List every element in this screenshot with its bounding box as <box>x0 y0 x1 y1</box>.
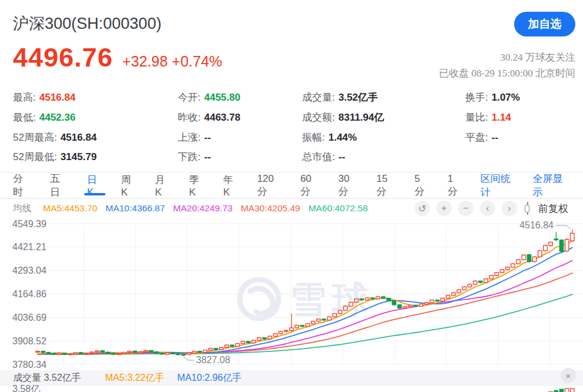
svg-text:3780.34: 3780.34 <box>12 360 47 370</box>
volume-pane-header: 成交量 3.52亿手 MA5:3.22亿手 MA10:2.96亿手 × <box>0 370 583 386</box>
svg-text:4516.84: 4516.84 <box>519 220 554 230</box>
stats-column-1: 最高:4516.84 最低:4452.36 52周最高:4516.84 52周最… <box>13 88 97 167</box>
tab-15min[interactable]: 15分 <box>376 172 396 198</box>
current-price: 4496.76 <box>13 42 113 73</box>
tab-5min[interactable]: 5分 <box>415 172 429 198</box>
stat-unchanged: 平盘:-- <box>465 128 520 148</box>
stat-52w-low: 52周最低:3145.79 <box>13 147 97 167</box>
price-adjust-mode[interactable]: 前复权 <box>538 202 568 215</box>
fullscreen-link[interactable]: 全屏显示 <box>533 172 569 199</box>
stat-open: 今开:4455.80 <box>178 88 240 108</box>
stat-advancers: 上涨:-- <box>178 128 240 148</box>
next-arrow-icon[interactable]: › <box>502 201 517 216</box>
ma20-legend: MA20:4249.73 <box>173 203 233 214</box>
prev-arrow-icon[interactable]: ‹ <box>480 201 495 216</box>
volume-bars-layer <box>549 388 574 392</box>
ma30-legend: MA30:4205.49 <box>241 203 300 214</box>
svg-text:4036.69: 4036.69 <box>12 313 47 323</box>
volume-label: 成交量 3.52亿手 <box>13 372 81 384</box>
stat-52w-high: 52周最高:4516.84 <box>13 128 97 148</box>
svg-text:4293.04: 4293.04 <box>12 265 47 275</box>
stat-prev-close: 昨收:4463.78 <box>178 108 240 128</box>
volume-ma5-legend: MA5:3.22亿手 <box>105 372 164 384</box>
market-status: 已收盘 08-29 15:00:00 北京时间 <box>439 65 575 81</box>
market-meta: 30.24 万球友关注 已收盘 08-29 15:00:00 北京时间 <box>439 49 575 81</box>
undo-icon[interactable]: ↺ <box>415 201 430 216</box>
add-to-watchlist-button[interactable]: 加自选 <box>514 12 575 36</box>
stats-column-3: 成交量:3.52亿手 成交额:8311.94亿 振幅:1.44% 总市值:-- <box>302 88 384 167</box>
stat-turnover: 成交额:8311.94亿 <box>302 108 384 128</box>
zoom-in-icon[interactable]: + <box>436 201 452 216</box>
stat-market-cap: 总市值:-- <box>302 147 384 167</box>
svg-text:4164.86: 4164.86 <box>12 289 47 299</box>
ma5-legend: MA5:4453.70 <box>43 203 97 214</box>
page-title: 沪深300(SH:000300) <box>13 13 161 34</box>
stat-amplitude: 振幅:1.44% <box>302 128 384 148</box>
stat-volume: 成交量:3.52亿手 <box>302 88 384 108</box>
stock-detail-page: 沪深300(SH:000300) 加自选 4496.76 +32.98 +0.7… <box>0 0 583 392</box>
stat-turnover-rate: 换手:1.07% <box>465 88 520 108</box>
ma-toolbar: 均线 MA5:4453.70 MA10:4366.87 MA20:4249.73… <box>0 199 583 218</box>
tab-daily-k[interactable]: 日K <box>87 172 102 198</box>
stat-volume-ratio: 量比:1.14 <box>465 108 520 128</box>
svg-text:4549.39: 4549.39 <box>12 219 47 229</box>
svg-text:4421.21: 4421.21 <box>12 242 47 252</box>
tab-5day[interactable]: 五日 <box>50 172 68 198</box>
tab-weekly-k[interactable]: 周K <box>121 172 137 198</box>
tab-minute[interactable]: 分时 <box>13 172 31 198</box>
tab-quarterly-k[interactable]: 季K <box>189 172 204 198</box>
ma60-legend: MA60:4072.58 <box>309 203 368 214</box>
svg-text:3827.08: 3827.08 <box>196 355 230 365</box>
volume-ma10-legend: MA10:2.96亿手 <box>177 372 241 384</box>
candlestick-style-icon[interactable] <box>524 201 531 215</box>
stat-high: 最高:4516.84 <box>13 88 97 108</box>
stat-decliners: 下跌:-- <box>178 147 240 167</box>
tab-120min[interactable]: 120分 <box>257 172 281 198</box>
stats-column-4: 换手:1.07% 量比:1.14 平盘:-- <box>465 88 520 147</box>
price-row: 4496.76 +32.98 +0.74% <box>13 42 222 73</box>
ma-title: 均线 <box>13 202 31 215</box>
svg-text:3908.52: 3908.52 <box>12 336 47 346</box>
stats-column-2: 今开:4455.80 昨收:4463.78 上涨:-- 下跌:-- <box>178 88 240 167</box>
close-icon[interactable]: × <box>561 368 576 383</box>
chart-actions: 区间统计 全屏显示 <box>481 172 568 199</box>
volume-axis-label: 3.58亿 <box>12 383 40 392</box>
tab-1min[interactable]: 1分 <box>448 172 462 198</box>
tab-60min[interactable]: 60分 <box>300 172 320 198</box>
candlestick-chart[interactable]: 雪球 4549.394421.214293.044164.864036.6939… <box>0 218 583 392</box>
ma10-legend: MA10:4366.87 <box>105 203 165 214</box>
zoom-out-icon[interactable]: − <box>458 201 473 216</box>
followers-count: 30.24 万球友关注 <box>439 49 575 65</box>
tab-yearly-k[interactable]: 年K <box>223 172 238 198</box>
tab-monthly-k[interactable]: 月K <box>155 172 170 198</box>
range-stats-link[interactable]: 区间统计 <box>481 172 516 199</box>
period-tabstrip: 分时 五日 日K 周K 月K 季K 年K 120分 60分 30分 15分 5分… <box>0 172 583 199</box>
chart-tool-icons: ↺ + − ‹ › <box>415 201 531 216</box>
stat-low: 最低:4452.36 <box>13 108 97 128</box>
tab-30min[interactable]: 30分 <box>339 172 358 198</box>
price-change: +32.98 +0.74% <box>122 53 223 70</box>
